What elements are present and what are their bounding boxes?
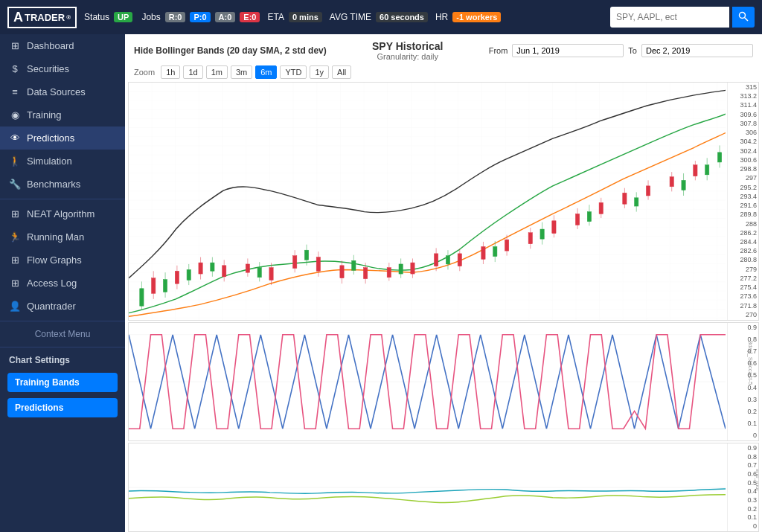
zoom-1d[interactable]: 1d [183,65,202,79]
zoom-all[interactable]: All [332,65,351,79]
access-log-icon: ⊞ [9,278,21,289]
stochastic-chart[interactable]: 0.9 0.8 0.7 0.6 0.5 0.4 0.3 0.2 0.1 0 3d… [128,322,759,441]
stochastic-svg [129,323,726,440]
zoom-6m[interactable]: 6m [255,65,277,79]
sub2-y-axis: 0.9 0.8 0.7 0.6 0.5 0.4 0.3 0.2 0.1 0 [727,443,758,531]
to-date-input[interactable] [641,44,753,57]
chart-settings-label: Chart Settings [0,350,125,370]
line-indicator-chart[interactable]: 0.9 0.8 0.7 0.6 0.5 0.4 0.3 0.2 0.1 0 li… [128,443,759,532]
jobs-e-badge: E:0 [240,12,260,22]
sidebar-item-simulation[interactable]: 🚶 Simulation [0,150,125,173]
from-date-input[interactable] [512,44,624,57]
svg-point-0 [740,12,746,18]
candlestick-svg [129,83,726,320]
sidebar-item-access-log[interactable]: ⊞ Access Log [0,272,125,295]
data-sources-icon: ≡ [9,86,21,97]
status-group: Status UP Jobs R:0 P:0 A:0 E:0 ETA 0 min… [84,12,603,22]
sidebar-item-training[interactable]: ◉ Training [0,103,125,126]
sidebar-item-predictions[interactable]: 👁 Predictions [0,126,125,150]
sidebar-divider [0,199,125,199]
chart-title: SPY Historical Granularity: daily [372,40,443,61]
search-input[interactable] [610,7,729,28]
main-content: Hide Bollinger Bands (20 day SMA, 2 std … [125,34,762,532]
sidebar-item-data-sources[interactable]: ≡ Data Sources [0,80,125,103]
sidebar-divider-2 [0,321,125,321]
search-box [610,7,755,28]
sidebar-item-flow-graphs[interactable]: ⊞ Flow Graphs [0,249,125,272]
predictions-icon: 👁 [9,132,21,144]
jobs-a-badge: A:0 [215,12,236,22]
benchmarks-icon: 🔧 [9,179,21,190]
date-range: From To [489,44,753,57]
jobs-p-badge: P:0 [190,12,210,22]
predictions-button[interactable]: Predictions [7,398,118,417]
charts-container: 315 313.2 311.4 309.6 307.8 306 304.2 30… [125,82,762,532]
hr-badge: -1 workers [452,12,501,22]
zoom-1h[interactable]: 1h [161,65,180,79]
neat-icon: ⊞ [9,208,21,219]
running-man-icon: 🏃 [9,231,21,243]
app-logo: A TRADER ® [7,7,77,28]
sub2-chart-label: line_indi [755,469,759,490]
chart-side-label: SPY [757,191,759,205]
svg-line-1 [745,17,749,21]
status-badge: UP [114,12,132,22]
securities-icon: $ [9,63,21,74]
sidebar-item-benchmarks[interactable]: 🔧 Benchmarks [0,173,125,196]
quantrader-icon: 👤 [9,301,21,312]
sidebar-item-quantrader[interactable]: 👤 Quantrader [0,295,125,318]
jobs-r-badge: R:0 [165,12,186,22]
sub1-chart-label: 3day_Stoccast-5 [748,341,755,385]
sidebar-item-securities[interactable]: $ Securities [0,57,125,80]
training-bands-button[interactable]: Training Bands [7,373,118,392]
context-menu-label[interactable]: Context Menu [0,324,125,344]
sidebar-divider-3 [0,347,125,347]
sidebar-item-dashboard[interactable]: ⊞ Dashboard [0,34,125,57]
eta-badge: 0 mins [289,12,322,22]
main-candlestick-chart[interactable]: 315 313.2 311.4 309.6 307.8 306 304.2 30… [128,82,759,321]
line-indicator-svg [129,443,726,531]
sidebar: ⊞ Dashboard $ Securities ≡ Data Sources … [0,34,125,532]
flow-graphs-icon: ⊞ [9,254,21,266]
zoom-3m[interactable]: 3m [231,65,252,79]
sidebar-item-neat[interactable]: ⊞ NEAT Algorithm [0,202,125,225]
zoom-1y[interactable]: 1y [310,65,329,79]
simulation-icon: 🚶 [9,156,21,167]
top-navigation: A TRADER ® Status UP Jobs R:0 P:0 A:0 E:… [0,0,762,34]
zoom-bar: Zoom 1h 1d 1m 3m 6m YTD 1y All [125,64,762,82]
training-icon: ◉ [9,109,21,121]
zoom-ytd[interactable]: YTD [280,65,307,79]
chart-header: Hide Bollinger Bands (20 day SMA, 2 std … [125,34,762,64]
search-button[interactable] [732,7,755,28]
sidebar-item-running-man[interactable]: 🏃 Running Man [0,225,125,249]
bollinger-toggle[interactable]: Hide Bollinger Bands (20 day SMA, 2 std … [134,45,327,56]
main-chart-y-axis: 315 313.2 311.4 309.6 307.8 306 304.2 30… [727,83,758,320]
dashboard-icon: ⊞ [9,40,21,51]
zoom-1m[interactable]: 1m [206,65,228,79]
avgtime-badge: 60 seconds [376,12,428,22]
main-layout: ⊞ Dashboard $ Securities ≡ Data Sources … [0,34,762,532]
